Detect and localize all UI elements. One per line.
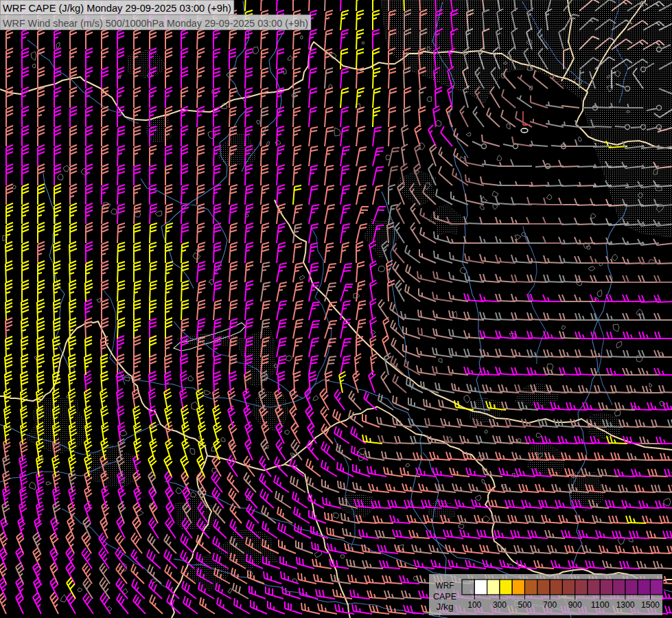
- svg-text:700: 700: [543, 599, 557, 610]
- svg-text:1100: 1100: [591, 599, 610, 610]
- svg-text:CAPE: CAPE: [433, 591, 456, 602]
- svg-text:WRF CAPE (J/kg) Monday 29-09-2: WRF CAPE (J/kg) Monday 29-09-2025 03:00 …: [3, 2, 231, 14]
- svg-text:1300: 1300: [616, 599, 634, 610]
- svg-text:1500: 1500: [641, 599, 660, 610]
- svg-text:900: 900: [568, 599, 582, 610]
- svg-text:100: 100: [467, 599, 481, 610]
- svg-text:WRF: WRF: [436, 580, 454, 591]
- svg-text:WRF Wind shear (m/s) 500/1000h: WRF Wind shear (m/s) 500/1000hPa Monday …: [3, 17, 308, 29]
- svg-text:500: 500: [518, 599, 532, 610]
- svg-text:J/kg: J/kg: [437, 602, 454, 612]
- svg-text:300: 300: [493, 599, 507, 610]
